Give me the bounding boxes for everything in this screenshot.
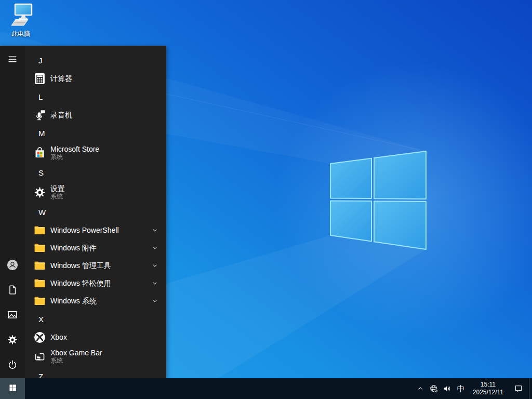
taskbar: 中 15:11 2025/12/11 [0,378,532,399]
start-item-label: 设置 [50,184,65,193]
folder-icon [32,277,47,290]
gear-outline-icon [7,334,18,348]
action-center-icon[interactable] [508,378,529,399]
start-menu: J计算器L录音机MMicrosoft Store系统S设置系统WWindows … [0,46,166,378]
start-item-windows-system[interactable]: Windows 系统 [25,292,166,310]
hidden-icons-chevron-up-icon[interactable] [414,378,427,399]
windows-logo-panes [330,151,426,249]
start-item-settings[interactable]: 设置系统 [25,182,166,203]
store-bag-icon [32,147,47,159]
network-globe-offline-icon[interactable] [427,378,441,399]
start-item-label: Windows 系统 [50,297,97,305]
section-x[interactable]: X [25,310,166,328]
start-item-windows-admin-tools[interactable]: Windows 管理工具 [25,257,166,274]
rail-settings[interactable] [0,328,25,353]
section-letter: L [38,92,43,101]
chevron-down-icon[interactable] [151,279,159,287]
folder-icon [32,242,47,255]
start-item-label: Xbox Game Bar [50,349,102,357]
section-letter: Z [38,372,43,379]
section-j[interactable]: J [25,51,166,70]
section-w[interactable]: W [25,203,166,221]
section-l[interactable]: L [25,87,166,106]
section-m[interactable]: M [25,124,166,142]
section-z[interactable]: Z [25,367,166,378]
section-letter: J [38,56,43,65]
ime-language-indicator[interactable]: 中 [454,378,468,399]
taskbar-clock[interactable]: 15:11 2025/12/11 [468,381,508,396]
power-icon [7,359,18,373]
volume-icon[interactable] [441,378,454,399]
start-menu-rail [0,46,25,378]
rail-power[interactable] [0,353,25,378]
section-letter: X [38,315,44,324]
folder-icon [32,224,47,237]
start-item-sublabel: 系统 [50,193,65,200]
clock-time: 15:11 [481,381,496,389]
folder-icon [32,259,47,272]
chevron-down-icon[interactable] [151,261,159,270]
start-item-windows-powershell[interactable]: Windows PowerShell [25,221,166,239]
start-item-calculator[interactable]: 计算器 [25,70,166,87]
start-item-label: Xbox [50,333,67,342]
chevron-down-icon[interactable] [151,226,159,234]
section-s[interactable]: S [25,163,166,182]
section-letter: W [38,208,46,217]
start-item-windows-ease-of-access[interactable]: Windows 轻松使用 [25,274,166,292]
start-item-label: 计算器 [50,74,72,83]
start-item-label: Windows PowerShell [50,226,119,235]
this-pc-icon [8,3,34,29]
microphone-icon [32,109,47,122]
start-button[interactable] [0,378,25,399]
start-item-label: Windows 轻松使用 [50,279,111,288]
start-item-xbox-game-bar[interactable]: Xbox Game Bar系统 [25,346,166,367]
start-item-sublabel: 系统 [50,153,99,161]
rail-documents[interactable] [0,278,25,303]
start-item-xbox[interactable]: Xbox [25,328,166,346]
document-icon [7,284,18,298]
xbox-gamebar-icon [32,350,47,363]
rail-expand-menu[interactable] [0,50,25,71]
start-menu-app-list: J计算器L录音机MMicrosoft Store系统S设置系统WWindows … [25,46,166,378]
chevron-down-icon[interactable] [151,244,159,252]
start-item-voice-recorder[interactable]: 录音机 [25,106,166,124]
xbox-icon [32,331,47,344]
gear-icon [32,186,47,199]
screen: 此电脑 J计算器L录音机MMicrosoft Store系统S设置系统WWind… [0,0,532,399]
start-item-label: Microsoft Store [50,145,99,154]
section-letter: S [38,168,44,177]
folder-icon [32,295,47,308]
desktop-icon-label: 此电脑 [11,30,30,38]
windows-logo-icon [8,383,17,394]
start-item-label: Windows 附件 [50,244,97,252]
start-item-sublabel: 系统 [50,357,102,364]
hamburger-icon [7,54,18,67]
start-item-windows-accessories[interactable]: Windows 附件 [25,239,166,257]
start-item-microsoft-store[interactable]: Microsoft Store系统 [25,142,166,163]
user-icon [7,259,18,273]
start-item-label: 录音机 [50,111,72,119]
pictures-icon [7,309,18,323]
desktop-icon-this-pc[interactable]: 此电脑 [6,3,35,38]
show-desktop-button[interactable] [529,378,532,399]
chevron-down-icon[interactable] [151,297,159,305]
section-letter: M [38,129,45,138]
clock-date: 2025/12/11 [473,389,503,396]
calculator-icon [32,72,47,85]
rail-pictures[interactable] [0,303,25,328]
system-tray: 中 15:11 2025/12/11 [414,378,532,399]
start-item-label: Windows 管理工具 [50,261,111,270]
rail-user-account[interactable] [0,254,25,278]
